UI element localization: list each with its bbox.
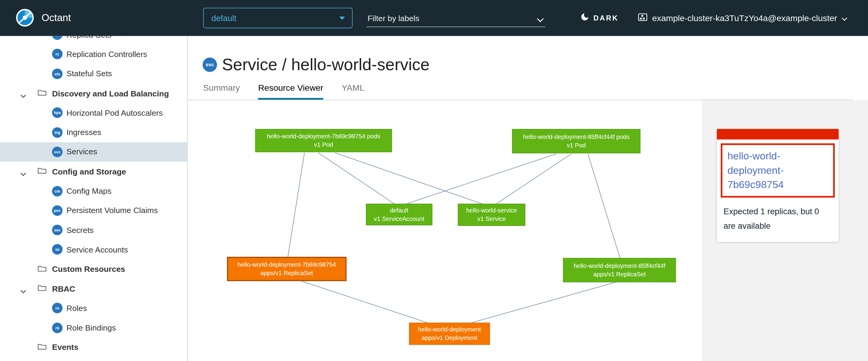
node-detail-panel: hello-world-deployment-7b69c98754 Expect… [702, 100, 868, 361]
cluster-icon [638, 12, 648, 24]
sidebar-item-stateful-sets[interactable]: sts Stateful Sets [0, 64, 187, 84]
sidebar-section-events[interactable]: Events [0, 337, 187, 357]
tab-resource-viewer[interactable]: Resource Viewer [258, 83, 323, 100]
sidebar-section-config-and-storage[interactable]: Config and Storage [0, 162, 187, 181]
namespace-value: default [212, 8, 237, 28]
sidebar-item-replica-sets[interactable]: rs Replica Sets [0, 36, 187, 44]
octant-logo-icon[interactable] [16, 8, 34, 27]
selected-node-link[interactable]: hello-world-deployment-7b69c98754 [727, 149, 828, 192]
graph-node-deployment[interactable]: hello-world-deployment apps/v1 Deploymen… [409, 323, 490, 345]
sidebar-item-service-accounts[interactable]: sa Service Accounts [0, 240, 187, 259]
theme-toggle[interactable]: DARK [580, 0, 619, 36]
sidebar-item-secrets[interactable]: sec Secrets [0, 220, 187, 240]
context-label: example-cluster-ka3TuTzYo4a@example-clus… [652, 13, 837, 23]
chevron-slot [20, 345, 27, 350]
label-filter [367, 10, 545, 27]
folder-icon [38, 342, 46, 352]
sidebar-section-rbac[interactable]: RBAC [0, 279, 187, 298]
label-filter-input[interactable] [367, 10, 530, 27]
graph-node-pods-85ff4cf44f[interactable]: hello-world-deployment-85ff4cf44f pods v… [512, 129, 641, 153]
graph-node-service[interactable]: hello-world-service v1 Service [458, 204, 525, 226]
sidebar-item-horizontal-pod-autoscalers[interactable]: hpa Horizontal Pod Autoscalers [0, 103, 187, 123]
chevron-down-icon[interactable] [20, 286, 27, 291]
page-header: svc Service / hello-world-service [203, 56, 430, 74]
sidebar-item-roles[interactable]: ro Roles [0, 298, 187, 318]
replica-set-icon: rs [52, 36, 63, 40]
folder-icon [38, 284, 46, 293]
theme-toggle-label: DARK [593, 14, 619, 22]
sidebar-item-persistent-volume-claims[interactable]: pvc Persistent Volume Claims [0, 201, 187, 220]
namespace-dropdown[interactable]: default [203, 8, 352, 28]
graph-node-service-account[interactable]: default v1 ServiceAccount [366, 204, 432, 225]
service-icon: svc [203, 58, 217, 72]
sidebar-item-replication-controllers[interactable]: rc Replication Controllers [0, 44, 187, 64]
folder-icon [38, 89, 46, 98]
node-status-message: Expected 1 replicas, but 0 are available [717, 202, 839, 242]
role-icon: ro [52, 303, 63, 314]
app-header: Octant default DARK [0, 0, 868, 36]
ingress-icon: ing [52, 127, 63, 138]
service-icon: svc [52, 147, 63, 157]
chevron-slot [20, 267, 27, 271]
page-title: Service / hello-world-service [222, 56, 430, 74]
service-account-icon: sa [52, 244, 63, 255]
graph-node-pods-7b69c98754[interactable]: hello-world-deployment-7b69c98754 pods v… [255, 129, 392, 152]
tab-summary[interactable]: Summary [203, 83, 240, 100]
chevron-down-icon[interactable] [536, 15, 544, 25]
secret-icon: sec [52, 225, 63, 235]
chevron-down-icon [841, 13, 847, 23]
stateful-set-icon: sts [52, 68, 63, 79]
selected-node-highlight: hello-world-deployment-7b69c98754 [721, 143, 835, 198]
graph-node-replicaset-7b69c98754[interactable]: hello-world-deployment-7b69c98754 apps/v… [227, 257, 347, 281]
context-selector[interactable]: example-cluster-ka3TuTzYo4a@example-clus… [638, 0, 847, 36]
pvc-icon: pvc [52, 205, 63, 216]
folder-icon [38, 264, 46, 274]
node-detail-card: hello-world-deployment-7b69c98754 Expect… [717, 129, 839, 242]
chevron-down-icon[interactable] [20, 91, 27, 96]
sidebar-section-discovery-load-balancing[interactable]: Discovery and Load Balancing [0, 84, 187, 103]
app-title: Octant [41, 0, 71, 36]
sidebar-section-custom-resources[interactable]: Custom Resources [0, 259, 187, 279]
chevron-down-icon[interactable] [20, 169, 27, 174]
octant-app: Octant default DARK [0, 0, 868, 361]
caret-down-icon [339, 17, 345, 20]
role-binding-icon: rb [52, 322, 63, 333]
tab-bar: Summary Resource Viewer YAML [203, 83, 364, 100]
sidebar-item-role-bindings[interactable]: rb Role Bindings [0, 318, 187, 337]
graph-node-replicaset-85ff4cf44f[interactable]: hello-world-deployment-85ff4cf44f apps/v… [563, 258, 676, 282]
sidebar-item-services[interactable]: svc Services [0, 142, 187, 162]
tab-yaml[interactable]: YAML [341, 83, 364, 100]
sidebar-item-ingresses[interactable]: ing Ingresses [0, 123, 187, 142]
sidebar-item-config-maps[interactable]: cm Config Maps [0, 181, 187, 201]
sidebar-nav: rs Replica Sets rc Replication Controlle… [0, 36, 188, 361]
config-map-icon: cm [52, 186, 63, 196]
moon-icon [580, 12, 590, 24]
status-danger-strip [717, 129, 839, 139]
hpa-icon: hpa [52, 107, 63, 118]
replication-controller-icon: rc [52, 49, 63, 59]
folder-icon [38, 167, 46, 176]
